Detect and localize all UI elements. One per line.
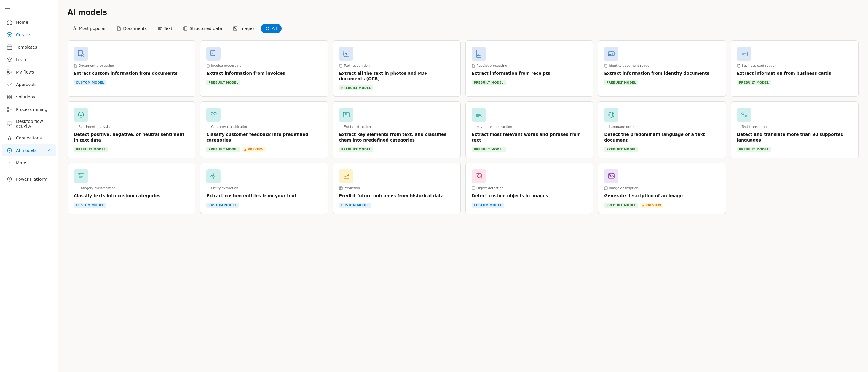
card-category: Sentiment analysis bbox=[74, 125, 189, 129]
svg-rect-9 bbox=[10, 95, 11, 97]
ai-pin-icon[interactable] bbox=[47, 148, 51, 153]
svg-point-18 bbox=[9, 149, 10, 151]
card-category-classification[interactable]: Category classification Classify custome… bbox=[200, 102, 328, 158]
sidebar-item-templates[interactable]: Templates bbox=[2, 41, 56, 53]
filter-label: All bbox=[272, 26, 277, 31]
solutions-icon bbox=[6, 94, 12, 100]
hamburger-menu[interactable] bbox=[0, 2, 58, 16]
card-key-phrase-extraction[interactable]: Key phrase extraction Extract most relev… bbox=[465, 102, 593, 158]
sidebar-item-connections[interactable]: Connections bbox=[2, 132, 56, 144]
card-category: Category classification bbox=[206, 125, 322, 129]
learn-icon bbox=[6, 57, 12, 63]
svg-point-58 bbox=[605, 187, 606, 188]
card-title: Extract information from identity docume… bbox=[604, 70, 719, 76]
sidebar: Home Create Templates Learn My flows App… bbox=[0, 0, 58, 372]
sidebar-item-power-platform[interactable]: Power Platform bbox=[2, 173, 56, 185]
svg-rect-38 bbox=[741, 52, 747, 56]
svg-rect-5 bbox=[7, 70, 9, 72]
card-badges: PREBUILT MODEL bbox=[339, 84, 455, 90]
card-badges: PREBUILT MODEL ▲ PREVIEW bbox=[206, 146, 322, 152]
filter-images[interactable]: Images bbox=[228, 24, 259, 33]
card-icon bbox=[206, 169, 221, 183]
svg-rect-33 bbox=[211, 51, 215, 56]
filter-structured-data[interactable]: Structured data bbox=[178, 24, 227, 33]
svg-point-39 bbox=[78, 112, 84, 117]
card-icon bbox=[339, 108, 353, 122]
card-entity-extraction-custom[interactable]: Entity extraction Extract custom entitie… bbox=[200, 163, 328, 214]
svg-rect-1 bbox=[5, 8, 10, 9]
card-category: Language detection bbox=[604, 125, 719, 129]
sidebar-item-ai-models[interactable]: AI models bbox=[2, 144, 56, 156]
card-icon bbox=[206, 108, 221, 122]
filter-label: Documents bbox=[123, 26, 147, 31]
card-prediction[interactable]: Prediction Predict future outcomes from … bbox=[333, 163, 461, 214]
card-identity-document[interactable]: Identity document reader Extract informa… bbox=[598, 40, 726, 97]
more-icon bbox=[6, 160, 12, 166]
filter-label: Most popular bbox=[79, 26, 106, 31]
card-badges: PREBUILT MODEL bbox=[604, 146, 719, 152]
card-badges: PREBUILT MODEL ▲ PREVIEW bbox=[604, 201, 719, 208]
filter-most-popular[interactable]: Most popular bbox=[68, 24, 111, 33]
card-badge-prebuilt: PREBUILT MODEL bbox=[339, 147, 373, 152]
card-badges: CUSTOM MODEL bbox=[74, 201, 189, 208]
sidebar-item-create[interactable]: Create bbox=[2, 29, 56, 41]
card-text-translation[interactable]: Text translation Detect and translate mo… bbox=[731, 102, 859, 158]
sidebar-item-learn[interactable]: Learn bbox=[2, 54, 56, 65]
svg-rect-35 bbox=[476, 50, 481, 57]
svg-rect-45 bbox=[345, 113, 347, 115]
card-category: Invoice processing bbox=[206, 64, 322, 68]
ai-icon bbox=[6, 147, 12, 153]
card-language-detection[interactable]: Language detection Detect the predominan… bbox=[598, 102, 726, 158]
card-category-classification-custom[interactable]: Category classification Classify texts i… bbox=[68, 163, 195, 214]
card-badge-custom: CUSTOM MODEL bbox=[74, 203, 106, 208]
svg-rect-24 bbox=[184, 27, 187, 30]
card-category: Entity extraction bbox=[339, 125, 455, 129]
card-title: Detect positive, negative, or neutral se… bbox=[74, 132, 189, 142]
sidebar-item-label: Process mining bbox=[16, 107, 48, 112]
card-icon bbox=[206, 47, 221, 61]
sidebar-item-desktop-flow[interactable]: Desktop flow activity bbox=[2, 116, 56, 132]
card-invoice-processing[interactable]: Invoice processing Extract information f… bbox=[200, 40, 328, 97]
filter-text[interactable]: Text bbox=[153, 24, 177, 33]
sidebar-item-home[interactable]: Home bbox=[2, 16, 56, 28]
svg-rect-52 bbox=[477, 175, 480, 177]
sidebar-item-more[interactable]: More bbox=[2, 157, 56, 169]
filter-all[interactable]: All bbox=[260, 24, 282, 33]
card-image-description[interactable]: Image description Generate description o… bbox=[598, 163, 726, 214]
sidebar-item-label: More bbox=[16, 161, 26, 165]
svg-rect-7 bbox=[10, 71, 12, 73]
card-entity-extraction[interactable]: Entity extraction Extract key elements f… bbox=[333, 102, 461, 158]
card-title: Extract custom entities from your text bbox=[206, 193, 322, 198]
sidebar-item-solutions[interactable]: Solutions bbox=[2, 91, 56, 103]
card-badge-prebuilt: PREBUILT MODEL bbox=[604, 80, 638, 85]
card-category: Identity document reader bbox=[604, 64, 719, 68]
svg-rect-28 bbox=[268, 27, 270, 28]
card-document-processing[interactable]: Document processing Extract custom infor… bbox=[68, 40, 195, 97]
svg-rect-4 bbox=[7, 45, 12, 50]
plus-icon bbox=[6, 32, 12, 38]
card-text-recognition[interactable]: Text recognition Extract all the text in… bbox=[333, 40, 461, 97]
filter-documents[interactable]: Documents bbox=[112, 24, 152, 33]
svg-point-17 bbox=[10, 139, 11, 140]
svg-rect-10 bbox=[7, 97, 9, 99]
card-sentiment-analysis[interactable]: Sentiment analysis Detect positive, nega… bbox=[68, 102, 195, 158]
card-object-detection[interactable]: Object detection Detect custom objects i… bbox=[465, 163, 593, 214]
sidebar-item-process-mining[interactable]: Process mining bbox=[2, 104, 56, 115]
card-badge-custom: CUSTOM MODEL bbox=[339, 203, 371, 208]
card-icon bbox=[604, 108, 618, 122]
card-business-card[interactable]: Business card reader Extract information… bbox=[731, 40, 859, 97]
sidebar-item-label: My flows bbox=[16, 70, 34, 75]
card-badge-prebuilt: PREBUILT MODEL bbox=[604, 203, 638, 208]
card-title: Extract all the text in photos and PDF d… bbox=[339, 70, 455, 81]
card-badges: PREBUILT MODEL bbox=[74, 146, 189, 152]
sidebar-item-my-flows[interactable]: My flows bbox=[2, 66, 56, 78]
svg-point-40 bbox=[80, 114, 80, 115]
home-icon bbox=[6, 19, 12, 25]
card-title: Extract information from receipts bbox=[472, 70, 587, 76]
sidebar-item-approvals[interactable]: Approvals bbox=[2, 79, 56, 90]
svg-rect-53 bbox=[472, 187, 475, 190]
card-receipt-processing[interactable]: Receipt processing Extract information f… bbox=[465, 40, 593, 97]
sidebar-item-label: Approvals bbox=[16, 82, 36, 87]
approvals-icon bbox=[6, 82, 12, 87]
card-category: Key phrase extraction bbox=[472, 125, 587, 129]
